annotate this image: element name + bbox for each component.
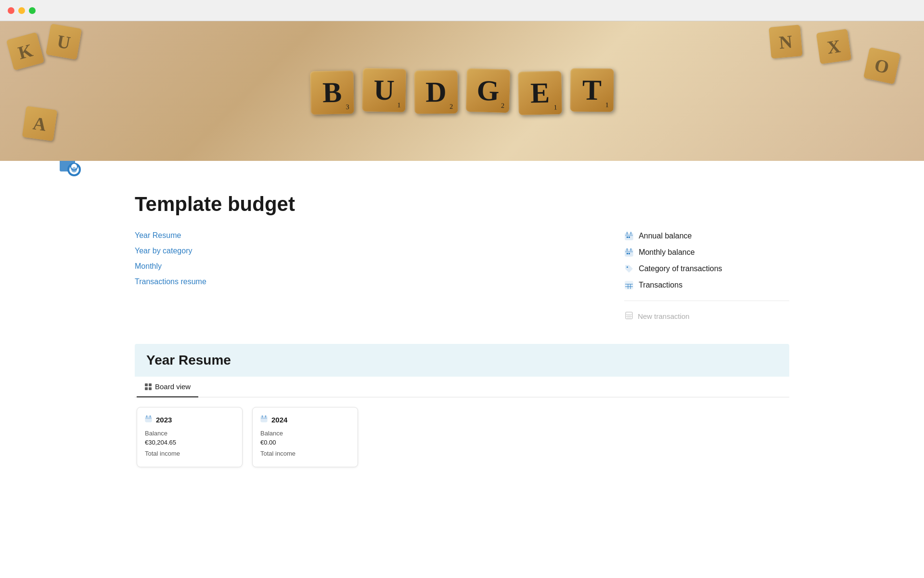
board-icon [144,383,152,391]
section-header: Year Resume [135,344,789,377]
svg-rect-16 [629,253,630,254]
decorative-tile: O [863,47,900,84]
decorative-tile: N [769,25,802,58]
card-title-2024: 2024 [260,415,350,424]
card-title-2023: 2023 [145,415,234,424]
db-link-transactions[interactable]: Transactions [624,280,789,290]
svg-rect-9 [627,236,628,238]
annual-balance-label: Annual balance [639,232,692,240]
scrabble-B: B [310,70,354,115]
scrabble-E: E [518,71,562,115]
scrabble-G: G [466,68,510,113]
svg-rect-29 [149,383,152,386]
svg-rect-28 [145,383,148,386]
card-balance-value-2024: €0.00 [260,439,350,446]
card-year-2024: 2024 [271,416,287,424]
maximize-button[interactable] [29,7,36,14]
svg-rect-12 [625,251,633,252]
db-link-annual-balance[interactable]: Annual balance [624,231,789,241]
svg-rect-31 [149,387,152,390]
decorative-tile: U [46,24,82,60]
link-monthly[interactable]: Monthly [135,262,300,271]
card-calendar-icon-2023 [145,415,152,424]
svg-rect-30 [145,387,148,390]
left-nav-links: Year Resume Year by category Monthly Tra… [135,231,300,321]
svg-point-17 [627,266,628,268]
svg-rect-36 [261,416,267,422]
svg-rect-18 [625,281,633,289]
minimize-button[interactable] [18,7,25,14]
board-view-tab[interactable]: Board view [137,377,198,397]
svg-rect-23 [626,312,632,319]
category-transactions-label: Category of transactions [639,264,722,273]
decorative-tile: X [816,29,851,64]
links-section: Year Resume Year by category Monthly Tra… [135,231,789,321]
hero-banner: K U X O N A B U D G E T [0,21,924,161]
scrabble-T: T [570,68,614,112]
page-title: Template budget [135,193,789,216]
link-year-resume[interactable]: Year Resume [135,231,300,240]
calendar-icon-monthly [624,248,634,257]
svg-rect-15 [627,253,628,254]
card-income-label-2024: Total income [260,450,350,457]
svg-rect-33 [145,418,152,419]
right-db-links: Annual balance Monthly balance [624,231,789,321]
card-balance-label-2024: Balance [260,430,350,437]
card-calendar-icon-2024 [260,415,268,424]
year-resume-section: Year Resume Board view [135,344,789,477]
scrabble-U: U [362,68,406,112]
scrabble-D: D [414,70,458,114]
view-tabs: Board view [135,377,789,397]
new-transaction-button[interactable]: New transaction [624,312,789,321]
svg-rect-6 [625,235,633,236]
new-transaction-label: New transaction [638,312,690,320]
card-income-label-2023: Total income [145,450,234,457]
new-transaction-icon [625,312,633,321]
card-balance-label-2023: Balance [145,430,234,437]
close-button[interactable] [8,7,14,14]
table-icon [624,280,634,290]
db-link-monthly-balance[interactable]: Monthly balance [624,248,789,257]
card-balance-value-2023: €30,204.65 [145,439,234,446]
spacer [338,231,586,321]
section-divider [624,301,789,301]
transactions-label: Transactions [639,281,682,289]
card-year-2023: 2023 [156,416,172,424]
link-year-by-category[interactable]: Year by category [135,247,300,255]
board-view-label: Board view [155,382,191,391]
svg-rect-37 [261,418,267,419]
link-transactions-resume[interactable]: Transactions resume [135,277,300,286]
calendar-icon-annual [624,231,634,241]
budget-title-tiles: B U D G E T [310,69,614,113]
monthly-balance-label: Monthly balance [639,248,695,257]
board-card-2024[interactable]: 2024 Balance €0.00 Total income [252,407,358,467]
tag-icon [624,264,634,274]
board-card-2023[interactable]: 2023 Balance €30,204.65 Total income [137,407,243,467]
svg-rect-10 [629,236,630,238]
svg-rect-32 [145,416,152,422]
board-container: 2023 Balance €30,204.65 Total income [135,397,789,477]
decorative-tile: A [22,106,57,141]
year-resume-title: Year Resume [146,353,778,368]
db-link-category-transactions[interactable]: Category of transactions [624,264,789,274]
decorative-tile: K [6,32,45,71]
window-chrome [0,0,924,21]
main-content: Template budget Year Resume Year by cate… [77,193,847,477]
